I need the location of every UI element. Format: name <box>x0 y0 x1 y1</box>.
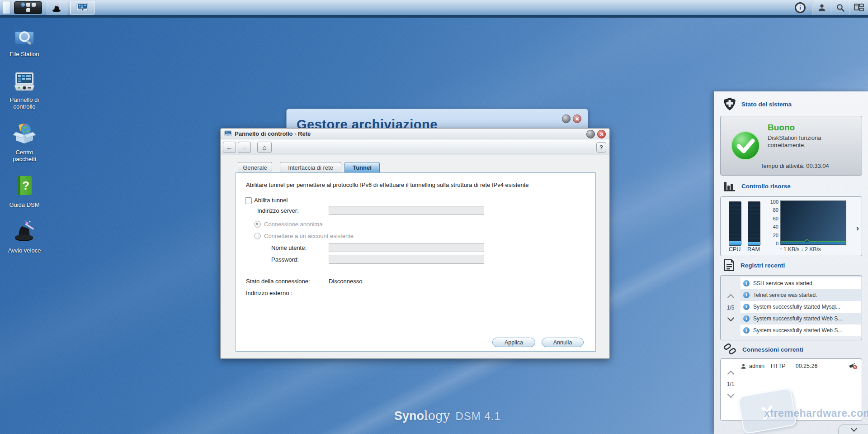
taskbar: i <box>0 0 868 18</box>
desktop-icon-dsm-help[interactable]: ? Guida DSM <box>4 173 45 208</box>
page-up-chevron[interactable] <box>727 294 734 301</box>
quick-start-icon <box>12 219 37 244</box>
server-address-input[interactable] <box>329 206 484 215</box>
password-input[interactable] <box>329 255 484 264</box>
help-button[interactable]: ? <box>596 142 606 153</box>
connection-duration: 00:25:26 <box>796 363 818 369</box>
main-menu-button[interactable] <box>14 1 42 14</box>
close-icon[interactable] <box>573 114 581 123</box>
search-icon <box>836 3 845 12</box>
apply-button[interactable]: Applica <box>492 338 535 347</box>
brand-rest: logy <box>424 409 450 423</box>
dialog-titlebar[interactable]: Pannello di controllo - Rete <box>221 129 609 139</box>
minimize-icon[interactable] <box>586 130 595 138</box>
axis-tick: 80 <box>773 207 778 213</box>
connection-row[interactable]: admin HTTP 00:25:26 <box>741 361 861 371</box>
upload-arrow-icon: ↑ <box>779 246 782 253</box>
widgets-icon <box>854 4 864 12</box>
info-icon: i <box>743 280 750 286</box>
panel-collapse-button[interactable] <box>838 424 868 434</box>
back-button[interactable]: ← <box>223 142 236 153</box>
control-panel-window-icon <box>76 3 88 13</box>
desktop-icon-column: File Station <box>4 23 45 254</box>
desktop-icon-package-center[interactable]: Centro pacchetti <box>4 121 45 162</box>
log-row[interactable]: i System successfully started Web S... <box>741 324 861 336</box>
page-down-chevron[interactable] <box>727 315 734 322</box>
server-address-label: Indirizzo server: <box>257 207 299 214</box>
network-chart-axis: 100 80 60 40 20 0 <box>763 199 778 246</box>
minimize-icon[interactable] <box>562 114 571 123</box>
dsm-branding: Synology DSM 4.1 <box>394 409 501 423</box>
existing-account-radio[interactable] <box>254 233 261 239</box>
uptime-text: Tempo di attività: 00:33:04 <box>760 162 829 169</box>
tab-tunnel[interactable]: Tunnel <box>344 162 380 172</box>
log-row[interactable]: i Telnet service was started. <box>741 289 861 301</box>
log-text: SSH service was started. <box>753 280 814 286</box>
pilot-view-button[interactable] <box>849 0 868 15</box>
log-text: System successfully started Web S... <box>753 327 842 334</box>
connections-box: 1/1 admin HTTP 00:25:26 <box>720 358 862 421</box>
notifications-button[interactable]: i <box>791 2 809 13</box>
search-button[interactable] <box>831 0 849 15</box>
dsm-desktop: i <box>0 0 868 434</box>
dsm-help-icon: ? <box>12 173 37 199</box>
desktop-icon-label: Pannello di controllo <box>4 96 45 110</box>
download-arrow-icon: ↓ <box>801 246 803 253</box>
axis-tick: 100 <box>770 199 778 205</box>
desktop-icon-quick-start[interactable]: Avvio veloce <box>4 219 45 254</box>
show-desktop-button[interactable] <box>3 1 10 14</box>
enable-tunnel-checkbox[interactable] <box>245 197 252 204</box>
user-menu-button[interactable] <box>812 0 831 15</box>
shield-icon <box>723 98 736 110</box>
download-rate: 2 KB/s <box>805 246 821 253</box>
network-traffic-chart <box>780 200 846 245</box>
username-input[interactable] <box>329 243 484 252</box>
tray-group <box>812 0 868 15</box>
log-row[interactable]: i SSH service was started. <box>741 277 861 289</box>
close-icon[interactable] <box>597 130 606 138</box>
log-row[interactable]: i System successfully started Mysql... <box>741 301 861 313</box>
anonymous-connection-label: Connessione anonima <box>264 221 322 228</box>
system-status-header: Stato del sistema <box>723 98 792 110</box>
brand-bold: Syno <box>394 409 424 423</box>
enable-tunnel-label: Abilita tunnel <box>254 197 288 204</box>
forward-button[interactable]: → <box>238 142 251 153</box>
axis-tick: 40 <box>773 224 778 229</box>
widget-title: Stato del sistema <box>741 101 792 108</box>
quick-start-taskbar-button[interactable] <box>47 1 67 14</box>
control-panel-taskbar-button[interactable] <box>70 1 94 14</box>
axis-tick: 60 <box>773 216 778 221</box>
desktop-icon-label: Centro pacchetti <box>4 149 45 162</box>
log-text: Telnet service was started. <box>753 292 817 298</box>
link-icon <box>723 343 737 356</box>
upload-rate: 1 KB/s <box>783 246 799 253</box>
desktop-icon-file-station[interactable]: File Station <box>4 23 45 57</box>
svg-text:?: ? <box>22 179 29 192</box>
home-icon: ⌂ <box>262 143 266 151</box>
chevron-down-icon <box>850 425 857 432</box>
tab-bar: Generale Interfaccia di rete Tunnel <box>221 162 609 173</box>
disconnect-icon[interactable] <box>849 363 857 369</box>
widget-title: Registri recenti <box>741 262 785 269</box>
tab-interfaccia-di-rete[interactable]: Interfaccia di rete <box>280 162 341 172</box>
ram-gauge <box>748 201 760 246</box>
info-icon: i <box>743 327 750 334</box>
menu-square-icon <box>26 8 30 12</box>
anonymous-connection-radio[interactable] <box>254 221 261 228</box>
user-icon <box>741 363 746 369</box>
desktop-icon-control-panel[interactable]: Pannello di controllo <box>4 68 45 110</box>
tab-generale[interactable]: Generale <box>238 162 272 172</box>
page-up-chevron[interactable] <box>727 371 734 378</box>
log-row[interactable]: i System successfully started Web S... <box>741 313 861 324</box>
taskbar-right: i <box>791 0 868 15</box>
page-indicator: 1/1 <box>727 381 735 387</box>
connection-status-label: Stato della connessione: <box>246 278 310 285</box>
password-label: Password: <box>271 256 299 263</box>
open-resource-monitor-chevron[interactable]: › <box>856 223 859 233</box>
page-down-chevron[interactable] <box>727 391 734 398</box>
cancel-button[interactable]: Annulla <box>542 338 584 347</box>
log-text: System successfully started Web S... <box>753 315 842 322</box>
home-button[interactable]: ⌂ <box>257 142 272 153</box>
desktop-icon-label: File Station <box>9 51 39 57</box>
connection-status-value: Disconnesso <box>329 278 362 285</box>
